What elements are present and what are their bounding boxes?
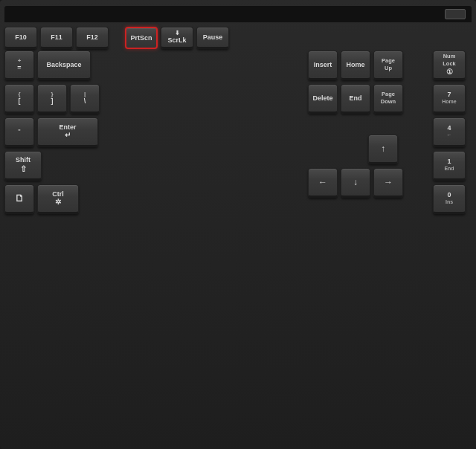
key-num-0[interactable]: 0 Ins xyxy=(433,184,466,214)
key-plus-equals[interactable]: + = xyxy=(4,51,34,80)
keyboard-middle: Insert Home PageUp Delete End PageDown xyxy=(308,51,425,214)
key-backspace[interactable]: Backspace xyxy=(37,51,91,80)
key-end[interactable]: End xyxy=(341,84,370,114)
nav-arrow-up-row: ↑ xyxy=(308,135,425,164)
key-arrow-down[interactable]: ↓ xyxy=(341,168,370,198)
key-arrow-right[interactable]: → xyxy=(373,168,403,198)
key-insert[interactable]: Insert xyxy=(308,51,338,80)
keyboard: F10 F11 F12 PrtScn ⬇ ScrLk Pause + xyxy=(0,0,476,449)
keyboard-main: + = Backspace { [ } ] | \ xyxy=(4,51,472,214)
row-4: Shift ⇧ xyxy=(4,151,300,181)
key-pageup[interactable]: PageUp xyxy=(373,51,403,80)
key-arrow-up[interactable]: ↑ xyxy=(368,135,398,164)
key-delete[interactable]: Delete xyxy=(308,84,338,114)
keyboard-right: NumLock ① 7 Home 4 ← 1 End 0 Ins xyxy=(433,51,472,214)
key-num-7[interactable]: 7 Home xyxy=(433,84,466,114)
key-curly-close[interactable]: } ] xyxy=(37,84,67,114)
key-f12[interactable]: F12 xyxy=(76,27,109,49)
key-doc[interactable]: 🗋 xyxy=(4,184,34,214)
row-2: { [ } ] | \ xyxy=(4,84,300,114)
top-indicator xyxy=(445,9,466,19)
keyboard-left: + = Backspace { [ } ] | \ xyxy=(4,51,300,214)
key-enter[interactable]: Enter ↵ xyxy=(37,117,98,147)
nav-arrow-row: ← ↓ → xyxy=(308,168,425,198)
key-scrlk[interactable]: ⬇ ScrLk xyxy=(161,27,193,49)
key-pipe[interactable]: | \ xyxy=(70,84,100,114)
row-5: 🗋 Ctrl ✲ xyxy=(4,184,300,214)
nav-spacer xyxy=(308,117,425,131)
fn-row: F10 F11 F12 PrtScn ⬇ ScrLk Pause xyxy=(4,27,472,49)
key-quote[interactable]: " xyxy=(4,117,34,147)
row-1: + = Backspace xyxy=(4,51,300,80)
key-ctrl-left[interactable]: Ctrl ✲ xyxy=(37,184,79,214)
nav-row-2: Delete End PageDown xyxy=(308,84,425,114)
key-shift-left[interactable]: Shift ⇧ xyxy=(4,151,42,181)
row-3: " Enter ↵ xyxy=(4,117,300,147)
keyboard-top-bar xyxy=(4,6,472,22)
key-pagedown[interactable]: PageDown xyxy=(373,84,403,114)
key-f10[interactable]: F10 xyxy=(4,27,37,49)
key-home[interactable]: Home xyxy=(341,51,370,80)
key-num-4[interactable]: 4 ← xyxy=(433,117,466,147)
key-prtscn[interactable]: PrtScn xyxy=(125,27,158,49)
key-curly-open[interactable]: { [ xyxy=(4,84,34,114)
key-f11[interactable]: F11 xyxy=(40,27,73,49)
key-pause[interactable]: Pause xyxy=(196,27,229,49)
key-arrow-left[interactable]: ← xyxy=(308,168,338,198)
key-numlock[interactable]: NumLock ① xyxy=(433,51,466,80)
nav-row-1: Insert Home PageUp xyxy=(308,51,425,80)
key-num-1[interactable]: 1 End xyxy=(433,151,466,181)
